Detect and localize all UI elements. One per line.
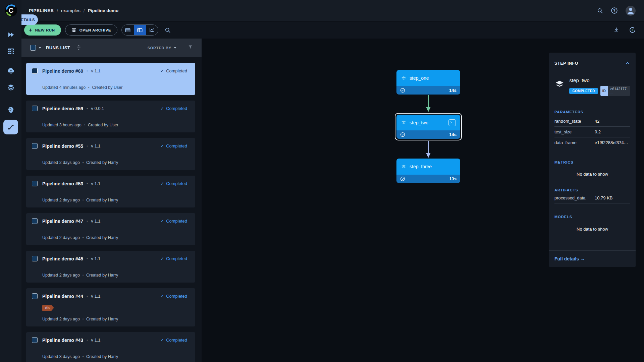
nav-item-datasets[interactable] (4, 80, 17, 94)
nav-item-getting-started[interactable] (4, 28, 17, 41)
chevron-up-icon[interactable] (625, 61, 630, 66)
run-checkbox[interactable] (32, 293, 38, 299)
run-checkbox[interactable] (32, 68, 38, 74)
run-card[interactable]: Pipeline demo #55 • v 1.1 ✓ Completed Up… (26, 138, 195, 170)
auto-refresh-button[interactable] (629, 26, 636, 34)
run-creator: Created by Harry (86, 235, 118, 240)
view-toggle-metrics[interactable] (146, 25, 158, 35)
artifact-row: processed_data10.79 KB (554, 193, 630, 203)
run-status: ✓ Completed (160, 106, 187, 111)
run-card[interactable]: Pipeline demo #43 • v 1.1 ✓ Completed Up… (26, 332, 195, 362)
run-card[interactable]: Pipeline demo #45 • v 1.1 ✓ Completed Up… (26, 251, 195, 283)
dag-node-step-one[interactable]: step_one 14s (396, 70, 460, 95)
run-updated: Updated 2 days ago (42, 198, 80, 202)
run-version: v 1.1 (91, 256, 100, 261)
run-status: ✓ Completed (160, 68, 187, 73)
run-card[interactable]: Pipeline demo #47 • v 1.1 ✓ Completed Up… (26, 213, 195, 245)
view-toggle-table[interactable] (122, 25, 134, 35)
run-checkbox[interactable] (32, 218, 38, 224)
step-layers-icon (401, 75, 407, 81)
run-status: ✓ Completed (160, 338, 187, 343)
nav-item-workers-queues[interactable] (4, 44, 17, 58)
runs-panel: RUNS LIST SORTED BY Pipeline demo #60 • … (21, 39, 202, 362)
select-all-checkbox[interactable] (30, 45, 36, 51)
run-meta: Updated 2 days ago • Created by Harry (32, 198, 187, 202)
full-details-link[interactable]: Full details → (554, 256, 585, 261)
metrics-empty-text: No data to show (554, 172, 630, 177)
view-toggle-group (121, 24, 158, 36)
runs-search-button[interactable] (164, 27, 171, 34)
breadcrumb-project[interactable]: examples (61, 8, 80, 13)
run-version: v 1.1 (91, 68, 100, 73)
nav-item-applications[interactable] (4, 64, 17, 77)
run-name: Pipeline demo #47 (42, 219, 83, 224)
run-meta: Updated 4 minutes ago • Created by User (32, 85, 187, 90)
step-info-panel: STEP INFO step_two COMPLETED ID c6142177… (549, 53, 636, 267)
run-updated: Updated 3 days ago (42, 354, 80, 359)
step-layers-icon (554, 79, 565, 89)
open-archive-button[interactable]: OPEN ARCHIVE (65, 24, 117, 36)
dag-node-step-three[interactable]: step_three 13s (396, 159, 460, 183)
layers-icon (7, 83, 15, 91)
run-version: v 1.1 (91, 181, 100, 186)
dot-separator: • (88, 86, 89, 89)
run-card[interactable]: Pipeline demo #59 • v 0.0.1 ✓ Completed … (26, 101, 195, 132)
run-name: Pipeline demo #43 (42, 338, 83, 343)
search-icon (597, 7, 603, 14)
question-circle-icon: ? (611, 7, 618, 14)
nav-item-models[interactable] (4, 103, 17, 116)
terminal-icon[interactable]: >_ (448, 119, 456, 126)
run-checkbox[interactable] (32, 181, 38, 186)
view-toggle-split[interactable] (134, 25, 146, 35)
download-button[interactable] (613, 27, 620, 33)
user-avatar[interactable] (625, 5, 636, 16)
run-card[interactable]: Pipeline demo #44 • v 1.1 ✓ Completed ds… (26, 288, 195, 326)
step-id-chip[interactable]: ID c6142177 ... (600, 86, 630, 96)
run-updated: Updated 2 days ago (42, 273, 80, 278)
check-icon: ✓ (160, 256, 164, 261)
run-status: ✓ Completed (160, 143, 187, 148)
run-checkbox[interactable] (32, 337, 38, 343)
dot-separator: • (83, 236, 84, 239)
filter-button[interactable] (188, 45, 193, 51)
clearml-logo[interactable]: C (4, 3, 18, 17)
run-version: v 1.1 (91, 219, 100, 224)
breadcrumb-separator: / (57, 8, 58, 13)
pipelines-icon (7, 123, 15, 131)
select-dropdown-caret[interactable] (39, 47, 41, 49)
servers-icon (7, 47, 15, 55)
help-button[interactable]: ? (611, 7, 618, 14)
node-runtime: 13s (449, 176, 457, 181)
top-bar: PIPELINES / examples / Pipeline demo ? (21, 0, 644, 21)
run-meta: Updated 3 hours ago • Created by User (32, 123, 187, 127)
collapse-rows-icon[interactable] (76, 45, 82, 51)
run-checkbox[interactable] (32, 106, 38, 111)
sorted-by-control[interactable]: SORTED BY (148, 46, 176, 50)
run-card[interactable]: Pipeline demo #53 • v 1.1 ✓ Completed Up… (26, 176, 195, 207)
new-run-button[interactable]: + NEW RUN (24, 24, 61, 36)
run-version: v 0.0.1 (91, 106, 104, 111)
dot-separator: • (83, 355, 84, 358)
step-info-title: STEP INFO (554, 61, 578, 66)
run-status: ✓ Completed (160, 256, 187, 261)
run-creator: Created by Harry (86, 273, 118, 278)
archive-icon (71, 27, 76, 33)
node-label: step_two (410, 120, 428, 125)
run-updated: Updated 2 days ago (42, 160, 80, 165)
breadcrumb-root[interactable]: PIPELINES (29, 8, 54, 13)
dot-separator: • (87, 69, 88, 73)
models-section-label: MODELS (554, 215, 630, 219)
nav-item-pipelines[interactable] (3, 120, 18, 134)
run-checkbox[interactable] (32, 143, 38, 149)
play-forward-icon (7, 31, 15, 39)
run-card[interactable]: Pipeline demo #60 • v 1.1 ✓ Completed Up… (26, 63, 195, 95)
dag-node-step-two-selected[interactable]: step_two >_ 14s (395, 113, 462, 140)
dot-separator: • (83, 198, 84, 202)
global-search-button[interactable] (597, 7, 603, 14)
run-checkbox[interactable] (32, 256, 38, 261)
artifacts-section-label: ARTIFACTS (554, 188, 630, 192)
runs-list-header: RUNS LIST SORTED BY (21, 39, 202, 57)
check-icon: ✓ (160, 219, 164, 224)
edge-step-two-to-three (426, 141, 431, 159)
run-version: v 1.1 (91, 143, 100, 148)
